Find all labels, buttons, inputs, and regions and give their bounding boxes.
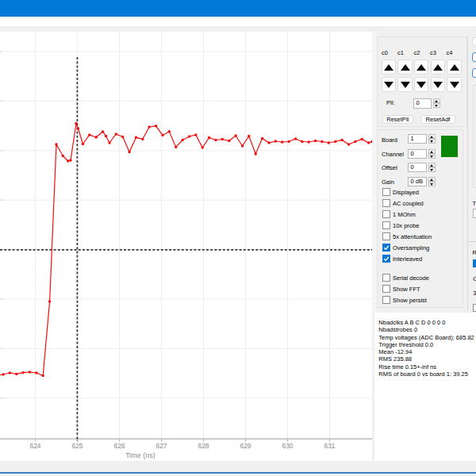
svg-text:624: 624 [29,442,40,450]
svg-text:625: 625 [71,442,83,450]
svg-text:631: 631 [324,442,335,450]
svg-text:630: 630 [282,442,293,450]
svg-text:628: 628 [198,442,209,450]
svg-text:627: 627 [155,442,167,450]
svg-text:626: 626 [113,442,125,450]
svg-text:629: 629 [240,442,251,450]
svg-text:Time (ns): Time (ns) [125,451,155,459]
